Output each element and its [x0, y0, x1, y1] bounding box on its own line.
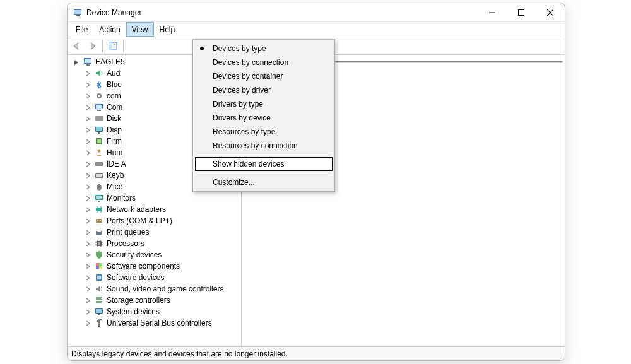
svg-point-53 [101, 298, 102, 299]
menu-action[interactable]: Action [93, 22, 126, 37]
menu-item-label: Devices by connection [213, 58, 288, 67]
expand-icon[interactable] [84, 138, 91, 145]
svg-rect-50 [97, 276, 101, 279]
tree-item[interactable]: Storage controllers [69, 295, 241, 306]
tree-item[interactable]: Monitors [69, 192, 241, 204]
tree-item[interactable]: Print queues [69, 226, 241, 238]
tree-item-label: Print queues [107, 226, 149, 238]
expand-icon[interactable] [84, 194, 91, 202]
tree-item-label: Keyb [107, 170, 124, 181]
software-icon [94, 273, 104, 283]
computer-icon [94, 102, 104, 112]
tree-item[interactable]: Universal Serial Bus controllers [69, 317, 241, 329]
minimize-button[interactable] [478, 3, 507, 22]
expand-icon[interactable] [84, 319, 91, 327]
svg-rect-47 [96, 266, 99, 269]
tree-root-label: EAGLE5I [95, 56, 127, 68]
tree-item-label: Aud [107, 68, 120, 79]
tree-item-label: Monitors [107, 192, 136, 204]
window-title: Device Manager [86, 8, 478, 17]
printer-icon [94, 227, 104, 237]
menu-customize[interactable]: Customize... [195, 175, 333, 189]
expand-icon[interactable] [84, 103, 91, 111]
tree-item[interactable]: Security devices [69, 249, 241, 261]
back-button[interactable] [70, 39, 84, 53]
network-icon [94, 204, 104, 214]
svg-rect-17 [96, 105, 102, 109]
menu-resources-by-connection[interactable]: Resources by connection [195, 139, 333, 153]
menu-help[interactable]: Help [154, 22, 181, 37]
expand-icon[interactable] [84, 126, 91, 134]
check-icon [200, 47, 204, 50]
menu-devices-by-connection[interactable]: Devices by connection [195, 56, 333, 69]
maximize-button[interactable] [507, 3, 536, 22]
menu-resources-by-type[interactable]: Resources by type [195, 125, 333, 139]
expand-icon[interactable] [84, 228, 91, 236]
view-menu-dropdown: Devices by type Devices by connection De… [192, 39, 335, 192]
storage-icon [94, 295, 104, 305]
menu-view[interactable]: View [126, 22, 154, 37]
expand-icon[interactable] [84, 81, 91, 88]
menu-drivers-by-device[interactable]: Drivers by device [195, 111, 333, 125]
audio-icon [94, 68, 104, 78]
status-text: Displays legacy devices and devices that… [71, 349, 288, 358]
tree-item[interactable]: Software devices [69, 272, 241, 283]
tree-item-label: Network adapters [107, 204, 166, 215]
show-hide-console-button[interactable] [106, 39, 120, 53]
expand-icon[interactable] [84, 183, 91, 191]
expand-icon[interactable] [84, 92, 91, 100]
tree-item-label: IDE A [107, 158, 126, 170]
ports-icon [94, 216, 104, 226]
tree-item[interactable]: Software components [69, 261, 241, 272]
expand-icon[interactable] [84, 296, 91, 304]
tree-item[interactable]: Processors [69, 238, 241, 249]
expand-icon[interactable] [84, 274, 91, 281]
expand-icon[interactable] [84, 262, 91, 270]
keyboard-icon [94, 170, 104, 180]
tree-item[interactable]: System devices [69, 306, 241, 317]
shield-icon [94, 250, 104, 260]
expand-icon[interactable] [84, 251, 91, 259]
expand-icon[interactable] [84, 308, 91, 315]
svg-rect-12 [85, 59, 91, 63]
menu-show-hidden-devices[interactable]: Show hidden devices [195, 157, 333, 171]
tree-item-label: Com [107, 102, 122, 113]
expand-icon[interactable] [84, 149, 91, 156]
close-button[interactable] [536, 3, 565, 22]
expand-icon[interactable] [84, 217, 91, 225]
menu-item-label: Devices by container [213, 72, 283, 81]
menu-drivers-by-type[interactable]: Drivers by type [195, 97, 333, 111]
svg-rect-46 [99, 263, 102, 266]
svg-rect-42 [97, 229, 101, 232]
collapse-icon[interactable] [73, 58, 80, 66]
forward-button[interactable] [85, 39, 99, 53]
expand-icon[interactable] [84, 240, 91, 247]
expand-icon[interactable] [84, 115, 91, 122]
expand-icon[interactable] [84, 69, 91, 77]
svg-rect-4 [519, 9, 524, 15]
expand-icon[interactable] [84, 160, 91, 168]
human-interface-icon [94, 148, 104, 158]
menu-devices-by-type[interactable]: Devices by type [195, 42, 333, 56]
menu-devices-by-driver[interactable]: Devices by driver [195, 83, 333, 97]
menu-item-label: Resources by type [213, 127, 275, 136]
processor-icon [94, 238, 104, 249]
menu-file[interactable]: File [70, 22, 93, 37]
expand-icon[interactable] [84, 206, 91, 213]
svg-rect-61 [100, 319, 102, 320]
tree-item-label: Software components [107, 261, 180, 272]
svg-rect-22 [96, 127, 102, 131]
tree-item[interactable]: Sound, video and game controllers [69, 283, 241, 295]
svg-rect-37 [96, 208, 102, 211]
ide-icon [94, 159, 104, 169]
device-manager-window: Device Manager File Action View Help [67, 3, 565, 361]
svg-point-58 [98, 325, 100, 327]
menu-devices-by-container[interactable]: Devices by container [195, 69, 333, 83]
tree-item[interactable]: Network adapters [69, 204, 241, 215]
tree-item[interactable]: Ports (COM & LPT) [69, 215, 241, 226]
expand-icon[interactable] [84, 285, 91, 293]
titlebar: Device Manager [68, 3, 565, 22]
expand-icon[interactable] [84, 172, 91, 179]
tree-item-label: Storage controllers [107, 295, 170, 306]
svg-rect-31 [96, 174, 102, 177]
